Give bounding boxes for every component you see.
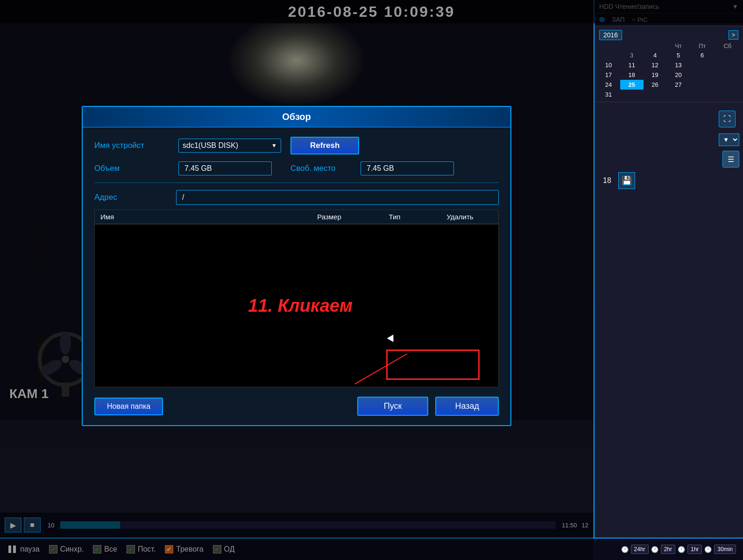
annotation-text: 11. Кликаем [248,296,353,316]
time-controls: 🕐 24hr 🕐 2hr 🕐 1hr 🕐 30min [621,545,736,554]
cal-col-empty1 [597,42,620,50]
nazad-button[interactable]: Назад [435,397,499,416]
rec-num: 18 [603,176,611,185]
device-dropdown[interactable]: sdc1(USB DISK) ▼ [178,139,281,153]
modal-overlay: Обзор Имя устройст sdc1(USB DISK) ▼ Refr… [0,0,593,560]
size-row: Объем 7.45 GB Своб. место 7.45 GB [94,161,499,175]
address-row: Адрес [94,190,499,205]
calendar-year: 2016 [599,30,622,40]
cal-day[interactable]: 26 [644,80,667,90]
cal-day[interactable] [715,70,741,80]
cal-day[interactable] [690,80,715,90]
calendar-next-btn[interactable]: > [729,30,738,40]
device-row: Имя устройст sdc1(USB DISK) ▼ Refresh [94,137,499,154]
save-icon[interactable]: 💾 [618,172,635,189]
cal-col-empty2 [620,42,644,50]
time-2h-btn[interactable]: 2hr [661,545,675,554]
address-input[interactable] [176,190,499,205]
free-label: Своб. место [290,164,351,173]
file-browser[interactable]: 11. Кликаем [94,224,499,387]
col-name-header: Имя [100,213,297,221]
refresh-button[interactable]: Refresh [290,137,359,154]
cal-col-fri: Пт [690,42,715,50]
modal-body: Имя устройст sdc1(USB DISK) ▼ Refresh Об… [83,127,510,425]
size-value: 7.45 GB [178,161,272,175]
mouse-cursor [387,335,397,344]
clock-icon2: 🕐 [651,546,658,553]
cal-day[interactable]: 19 [644,70,667,80]
address-label: Адрес [94,193,169,202]
cal-day[interactable] [715,60,741,70]
cal-day[interactable]: 27 [666,80,690,90]
calendar-grid: Чт Пт Сб 3 4 5 6 10 11 12 13 [597,42,741,99]
expand-icon[interactable]: ⛶ [719,111,736,127]
cal-day[interactable] [620,90,644,99]
col-delete-header: Удалить [427,213,493,221]
modal-title-bar: Обзор [83,107,510,127]
cal-day[interactable]: 13 [666,60,690,70]
cal-col-thu: Чт [666,42,690,50]
cal-day[interactable] [666,90,690,99]
modal-footer: Новая папка Пуск Назад [94,394,499,416]
cal-day[interactable] [690,60,715,70]
clock-icon: 🕐 [621,546,629,553]
cal-day[interactable]: 3 [620,50,644,60]
cal-day[interactable]: 5 [666,50,690,60]
calendar-section: 2016 > Чт Пт Сб 3 4 5 [594,26,743,102]
cal-day[interactable]: 4 [644,50,667,60]
cal-day-today[interactable]: 25 [620,80,644,90]
cal-day[interactable]: 18 [620,70,644,80]
col-type-header: Тип [362,213,427,221]
cal-day[interactable]: 10 [597,60,620,70]
clock-icon4: 🕐 [704,546,712,553]
size-label: Объем [94,164,169,173]
cal-day[interactable] [715,80,741,90]
device-value: sdc1(USB DISK) [183,141,238,150]
action-buttons: Пуск Назад [357,397,499,416]
cal-day[interactable] [597,50,620,60]
cal-day[interactable] [644,90,667,99]
file-table-header: Имя Размер Тип Удалить [94,210,499,224]
view-select[interactable]: ▼ [719,133,739,146]
cal-day[interactable]: 31 [597,90,620,99]
time-24h-btn[interactable]: 24hr [631,545,649,554]
cal-day[interactable]: 12 [644,60,667,70]
cal-day[interactable]: 6 [690,50,715,60]
cal-day[interactable] [690,90,715,99]
dropdown-arrow-icon: ▼ [271,142,277,149]
rec-number-display: 18 💾 [598,170,739,191]
cal-day[interactable] [690,70,715,80]
divider [94,182,499,183]
cal-day[interactable] [715,50,741,60]
free-value: 7.45 GB [361,161,454,175]
annotation-box [386,350,480,380]
list-view-icon[interactable]: ☰ [722,151,739,168]
cal-day[interactable]: 20 [666,70,690,80]
col-size-header: Размер [297,213,362,221]
time-30m-btn[interactable]: 30min [714,545,736,554]
clock-icon3: 🕐 [678,546,685,553]
calendar-header: 2016 > [597,28,741,42]
time-1h-btn[interactable]: 1hr [687,545,702,554]
modal-dialog: Обзор Имя устройст sdc1(USB DISK) ▼ Refr… [82,106,511,426]
new-folder-button[interactable]: Новая папка [94,398,163,415]
cal-col-sat: Сб [715,42,741,50]
right-panel: HDD Чтение/запись ▼ ЗАП ○ PIC 2016 > Чт … [594,0,743,560]
cal-day[interactable] [715,90,741,99]
device-label: Имя устройст [94,141,169,150]
modal-title: Обзор [282,112,311,122]
cal-day[interactable]: 17 [597,70,620,80]
cal-day[interactable]: 24 [597,80,620,90]
cal-col-empty3 [644,42,667,50]
panel-icon-row: ⛶ [598,107,739,131]
cal-day[interactable]: 11 [620,60,644,70]
annotation-line [354,353,408,385]
pusk-button[interactable]: Пуск [357,397,429,416]
